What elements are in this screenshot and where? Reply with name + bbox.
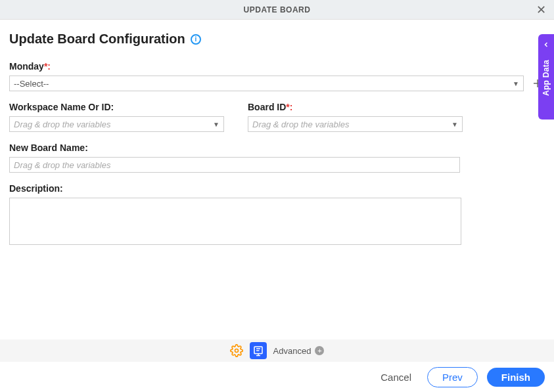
configure-icon[interactable] (250, 342, 267, 359)
board-id-field: Board ID*: Drag & drop the variables ▼ (248, 102, 463, 132)
workspace-input[interactable]: Drag & drop the variables ▼ (9, 116, 224, 132)
prev-button[interactable]: Prev (427, 367, 478, 387)
workspace-field: Workspace Name Or ID: Drag & drop the va… (9, 102, 224, 132)
monday-field: Monday*: --Select-- ▼ (9, 61, 524, 91)
modal-header: UPDATE BOARD ✕ (0, 0, 554, 20)
svg-point-2 (235, 349, 238, 353)
page-title: Update Board Configuration (9, 32, 185, 47)
chevron-down-icon: ▼ (451, 121, 458, 128)
board-id-input[interactable]: Drag & drop the variables ▼ (248, 116, 463, 132)
description-label: Description: (9, 183, 545, 194)
new-board-name-placeholder: Drag & drop the variables (14, 160, 110, 170)
new-board-name-field: New Board Name: Drag & drop the variable… (9, 142, 545, 173)
chevron-down-icon: ▼ (213, 121, 219, 128)
chevron-down-icon: ▼ (513, 80, 519, 87)
workspace-label: Workspace Name Or ID: (9, 102, 224, 112)
close-icon[interactable]: ✕ (536, 4, 546, 16)
info-icon[interactable]: i (191, 34, 201, 45)
gear-icon[interactable] (230, 344, 243, 357)
bottom-toolbar: Advanced + (0, 339, 554, 362)
monday-select-value: --Select-- (14, 79, 49, 89)
new-board-name-label: New Board Name: (9, 142, 545, 153)
monday-label: Monday*: (9, 61, 524, 72)
advanced-button[interactable]: Advanced + (273, 346, 325, 356)
workspace-placeholder: Drag & drop the variables (14, 120, 110, 129)
modal-body: Update Board Configuration i Monday*: --… (0, 20, 554, 269)
monday-row: Monday*: --Select-- ▼ (9, 61, 545, 91)
two-col-row: Workspace Name Or ID: Drag & drop the va… (9, 102, 545, 132)
monday-select[interactable]: --Select-- ▼ (9, 76, 524, 91)
finish-button[interactable]: Finish (487, 368, 545, 387)
app-data-label: App Data (542, 60, 551, 96)
cancel-button[interactable]: Cancel (374, 368, 418, 387)
new-board-name-input[interactable]: Drag & drop the variables (9, 157, 460, 173)
chevron-left-icon (542, 41, 550, 51)
description-field: Description: (9, 183, 545, 247)
footer: Cancel Prev Finish (0, 362, 554, 392)
board-id-placeholder: Drag & drop the variables (252, 120, 349, 129)
description-textarea[interactable] (9, 198, 461, 245)
app-data-sidebar-tab[interactable]: App Data (538, 34, 554, 120)
modal-header-title: UPDATE BOARD (244, 5, 311, 14)
advanced-button-label: Advanced (273, 346, 312, 356)
page-title-row: Update Board Configuration i (9, 32, 545, 47)
board-id-label: Board ID*: (248, 102, 463, 112)
plus-circle-icon: + (315, 346, 324, 355)
